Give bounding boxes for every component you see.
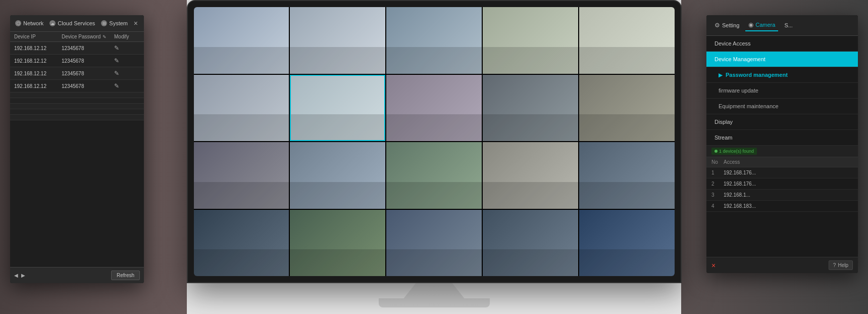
device-table-area: Device IP Device Password ✎ Modify 192.1… — [10, 32, 144, 283]
device-found-text: 1 device(s) found — [719, 149, 754, 154]
network-icon: ⬡ — [15, 20, 21, 26]
right-table-header: 1 device(s) found — [706, 146, 858, 157]
menu-firmware-update[interactable]: firmware update — [706, 83, 858, 99]
row3-edit[interactable]: ✎ — [114, 70, 134, 77]
menu-stream[interactable]: Stream — [706, 130, 858, 146]
tab-s[interactable]: S... — [781, 20, 796, 30]
row2-edit[interactable]: ✎ — [114, 57, 134, 64]
cloud-icon: ☁ — [49, 20, 56, 26]
tab-system[interactable]: ⊟ System — [101, 20, 128, 26]
row1-edit[interactable]: ✎ — [114, 44, 134, 52]
row2-password: 12345678 — [62, 58, 112, 64]
rrow2-no: 2 — [711, 181, 724, 187]
monitor-screen — [194, 7, 675, 276]
camera-cell-1 — [194, 7, 289, 74]
camera-cell-4 — [483, 7, 578, 74]
device-found-badge: 1 device(s) found — [711, 148, 757, 155]
right-menu: Device Access Device Management ▶ Passwo… — [706, 36, 858, 146]
camera-cell-20 — [579, 210, 675, 277]
table-row: 192.168.12.12 12345678 ✎ — [10, 67, 144, 80]
menu-equipment-maintenance[interactable]: Equipment maintenance — [706, 99, 858, 114]
monitor-frame — [187, 0, 682, 283]
scene: ⬡ Network ☁ Cloud Services ⊟ System × De… — [0, 0, 868, 314]
rrow1-ip: 192.168.176... — [724, 170, 794, 175]
monitor-stand-base — [379, 298, 490, 307]
table-row: 192.168.12.12 12345678 ✎ — [10, 42, 144, 55]
col-device-ip: Device IP — [14, 34, 60, 39]
right-table-row: 1 192.168.176... — [706, 167, 858, 178]
right-table-row: 2 192.168.176... — [706, 178, 858, 190]
monitor — [187, 0, 682, 307]
bottom-bar: ◀ ▶ Refresh — [10, 267, 144, 283]
menu-display[interactable]: Display — [706, 114, 858, 130]
table-row-empty — [10, 98, 144, 104]
prev-button[interactable]: ◀ — [14, 273, 18, 278]
arrow-icon: ▶ — [719, 72, 723, 78]
right-cols-header: No Access — [706, 157, 858, 167]
camera-cell-3 — [386, 7, 482, 74]
next-button[interactable]: ▶ — [21, 273, 25, 278]
tab-setting-label: Setting — [722, 22, 739, 28]
right-table-area: 1 device(s) found No Access 1 192.168.17… — [706, 146, 858, 257]
green-dot-icon — [714, 150, 718, 153]
rrow2-ip: 192.168.176... — [724, 181, 794, 187]
camera-cell-19 — [483, 210, 578, 277]
camera-cell-16 — [194, 210, 289, 277]
tab-network[interactable]: ⬡ Network — [15, 20, 43, 26]
camera-cell-11 — [194, 142, 289, 209]
left-panel-header: ⬡ Network ☁ Cloud Services ⊟ System × — [10, 15, 144, 32]
question-icon: ? — [833, 262, 836, 268]
camera-cell-18 — [386, 210, 482, 277]
camera-cell-12 — [290, 142, 385, 209]
table-row-empty — [10, 93, 144, 98]
close-x-button[interactable]: × — [711, 261, 716, 270]
right-panel: ⚙ Setting ◉ Camera S... Device Access De… — [706, 15, 858, 273]
system-icon: ⊟ — [101, 20, 107, 26]
rrow3-no: 3 — [711, 192, 724, 198]
nav-buttons: ◀ ▶ — [14, 273, 25, 278]
device-table-rows: 192.168.12.12 12345678 ✎ 192.168.12.12 1… — [10, 42, 144, 267]
row1-password: 12345678 — [62, 46, 112, 51]
table-row-empty — [10, 109, 144, 115]
rrow3-ip: 192.168.1... — [724, 192, 794, 198]
right-panel-header: ⚙ Setting ◉ Camera S... — [706, 15, 858, 36]
tab-cloud-services[interactable]: ☁ Cloud Services — [49, 20, 95, 26]
camera-cell-14 — [483, 142, 578, 209]
camera-cell-7 — [290, 75, 385, 142]
tab-s-label: S... — [784, 22, 793, 28]
camera-cell-5 — [579, 7, 675, 74]
tab-system-label: System — [109, 20, 128, 26]
rrow1-no: 1 — [711, 170, 724, 175]
row3-ip: 192.168.12.12 — [14, 71, 60, 76]
refresh-button[interactable]: Refresh — [111, 271, 140, 280]
row1-ip: 192.168.12.12 — [14, 46, 60, 51]
tab-network-label: Network — [23, 20, 43, 26]
tab-cloud-label: Cloud Services — [58, 20, 95, 26]
col-device-password: Device Password ✎ — [62, 34, 112, 39]
tab-setting[interactable]: ⚙ Setting — [711, 20, 742, 31]
table-header: Device IP Device Password ✎ Modify — [10, 32, 144, 42]
col-modify: Modify — [114, 34, 134, 39]
tab-camera[interactable]: ◉ Camera — [745, 19, 778, 31]
menu-password-management[interactable]: ▶ Password management — [706, 67, 858, 83]
row4-password: 12345678 — [62, 83, 112, 89]
rrow4-ip: 192.168.183... — [724, 203, 794, 209]
close-button[interactable]: × — [133, 19, 139, 27]
row3-password: 12345678 — [62, 71, 112, 76]
setting-icon: ⚙ — [714, 22, 720, 29]
menu-device-management[interactable]: Device Management — [706, 52, 858, 67]
right-table-rows: 1 192.168.176... 2 192.168.176... 3 192.… — [706, 167, 858, 257]
tab-camera-label: Camera — [755, 22, 775, 28]
left-panel: ⬡ Network ☁ Cloud Services ⊟ System × De… — [10, 15, 144, 283]
help-button[interactable]: ? Help — [829, 260, 853, 270]
table-row-empty — [10, 115, 144, 120]
header-tabs: ⬡ Network ☁ Cloud Services ⊟ System — [15, 20, 128, 26]
col-no: No — [711, 159, 724, 165]
row4-edit[interactable]: ✎ — [114, 82, 134, 89]
camera-cell-15 — [579, 142, 675, 209]
camera-cell-8 — [386, 75, 482, 142]
edit-icon: ✎ — [103, 34, 107, 39]
monitor-stand-neck — [404, 283, 465, 298]
camera-cell-13 — [386, 142, 482, 209]
menu-device-access[interactable]: Device Access — [706, 36, 858, 52]
